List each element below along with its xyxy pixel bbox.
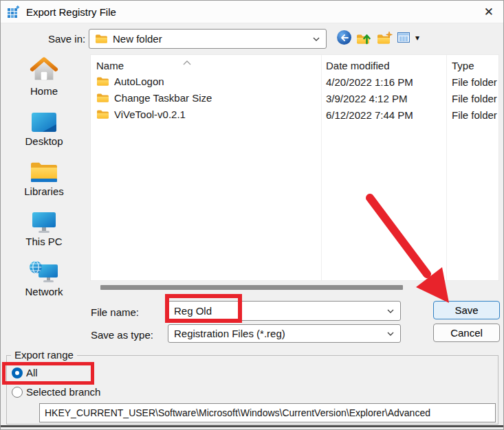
- sidebar-item-this-pc[interactable]: This PC: [1, 203, 87, 253]
- file-name-label: File name:: [91, 306, 139, 318]
- file-name: Change Taskbar Size: [114, 92, 212, 104]
- dialog-title: Export Registry File: [26, 6, 116, 18]
- save-in-value: New folder: [113, 33, 162, 45]
- file-list: Name Date modified Type AutoLogon 4/20/2…: [90, 54, 499, 281]
- chevron-down-icon: [386, 308, 395, 314]
- window-bottom-edge: [1, 425, 503, 427]
- file-type: File folder: [452, 109, 497, 121]
- folder-icon: [96, 76, 109, 87]
- file-date-modified: 6/12/2022 7:44 PM: [326, 109, 413, 121]
- sidebar-item-label: This PC: [25, 236, 62, 247]
- up-one-level-icon[interactable]: [356, 31, 372, 45]
- file-name: AutoLogon: [114, 76, 164, 87]
- column-header-date-modified[interactable]: Date modified: [326, 60, 390, 71]
- sidebar-item-home[interactable]: Home: [1, 53, 87, 103]
- save-as-type-label: Save as type:: [91, 329, 153, 341]
- sidebar-item-label: Home: [30, 85, 58, 97]
- desktop-icon: [30, 103, 58, 133]
- file-date-modified: 3/9/2022 4:12 PM: [326, 93, 407, 104]
- save-as-type-combobox[interactable]: Registration Files (*.reg): [168, 324, 401, 343]
- radio-selected-branch[interactable]: [12, 387, 23, 398]
- column-header-type[interactable]: Type: [452, 60, 474, 71]
- file-type: File folder: [452, 93, 497, 104]
- file-name-value: Reg Old: [174, 305, 212, 317]
- radio-all[interactable]: [12, 367, 23, 378]
- folder-icon: [95, 34, 108, 44]
- back-icon[interactable]: [337, 30, 351, 45]
- sidebar-item-label: Desktop: [25, 135, 63, 147]
- view-menu-caret-icon[interactable]: ▾: [415, 33, 419, 43]
- sort-ascending-icon: [183, 56, 191, 67]
- places-sidebar: Home Desktop Libraries: [1, 53, 87, 304]
- this-pc-icon: [30, 203, 58, 234]
- sidebar-item-desktop[interactable]: Desktop: [1, 103, 87, 153]
- save-in-combobox[interactable]: New folder: [89, 29, 327, 49]
- export-range-label: Export range: [11, 349, 77, 361]
- save-button[interactable]: Save: [433, 301, 500, 319]
- folder-icon: [96, 109, 109, 120]
- registry-file-icon: [8, 5, 20, 18]
- sidebar-item-label: Libraries: [24, 185, 64, 197]
- sidebar-item-label: Network: [25, 286, 63, 297]
- export-range-group: Export range All Selected branch HKEY_CU…: [6, 355, 498, 425]
- file-name: ViVeTool-v0.2.1: [114, 109, 186, 120]
- horizontal-scrollbar[interactable]: [100, 285, 403, 290]
- network-icon: [29, 253, 59, 284]
- column-separator[interactable]: [446, 55, 447, 280]
- view-menu-icon[interactable]: [397, 32, 410, 43]
- libraries-icon: [30, 153, 58, 183]
- file-type: File folder: [452, 76, 497, 88]
- create-new-folder-icon[interactable]: [377, 31, 393, 45]
- sidebar-item-network[interactable]: Network: [1, 253, 87, 304]
- export-registry-dialog: Export Registry File ✕ Save in: New fold…: [0, 0, 504, 430]
- sidebar-item-libraries[interactable]: Libraries: [1, 153, 87, 203]
- column-separator[interactable]: [321, 55, 322, 280]
- chevron-down-icon: [386, 331, 395, 337]
- radio-all-label[interactable]: All: [26, 367, 38, 378]
- column-header-name[interactable]: Name: [96, 60, 124, 71]
- radio-selected-branch-label[interactable]: Selected branch: [26, 386, 100, 398]
- chevron-down-icon: [312, 36, 320, 42]
- file-name-input[interactable]: Reg Old: [168, 301, 401, 321]
- folder-icon: [96, 93, 109, 103]
- save-in-label: Save in:: [48, 33, 85, 45]
- cancel-button[interactable]: Cancel: [433, 324, 500, 342]
- save-as-type-value: Registration Files (*.reg): [174, 328, 285, 339]
- branch-path-field[interactable]: HKEY_CURRENT_USER\Software\Microsoft\Win…: [39, 403, 496, 422]
- title-bar: Export Registry File ✕: [1, 1, 503, 23]
- close-icon[interactable]: ✕: [481, 6, 496, 18]
- dialog-toolbar: ▾: [337, 30, 419, 45]
- file-date-modified: 4/20/2022 1:16 PM: [326, 76, 413, 88]
- home-icon: [30, 53, 58, 83]
